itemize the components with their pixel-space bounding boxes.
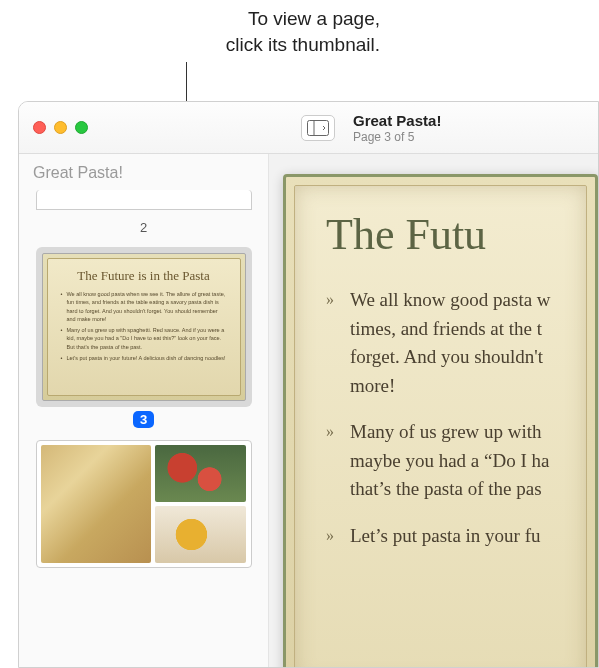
titlebar: Great Pasta! Page 3 of 5 bbox=[19, 102, 598, 154]
minimize-window-button[interactable] bbox=[54, 121, 67, 134]
page-bullet: Many of us grew up withmaybe you had a “… bbox=[326, 418, 565, 504]
thumb4-photo-dish bbox=[155, 506, 247, 563]
page-number-3-badge: 3 bbox=[133, 411, 154, 428]
sidebar-view-toggle[interactable] bbox=[301, 115, 335, 141]
page-number-2: 2 bbox=[140, 220, 147, 235]
title-block: Great Pasta! Page 3 of 5 bbox=[353, 112, 441, 144]
thumbnail-1-peek bbox=[36, 190, 252, 210]
page-bullet: We all know good pasta wtimes, and frien… bbox=[326, 286, 565, 400]
callout-text-1: To view a page, bbox=[248, 8, 380, 29]
document-title: Great Pasta! bbox=[353, 112, 441, 129]
thumb4-photo-pasta bbox=[41, 445, 151, 563]
page-indicator: Page 3 of 5 bbox=[353, 130, 441, 144]
callout-text-2: click its thumbnail. bbox=[226, 34, 380, 55]
thumbnail-sidebar: Great Pasta! 2 The Future is in the Past… bbox=[19, 154, 269, 667]
close-window-button[interactable] bbox=[33, 121, 46, 134]
page-title: The Futu bbox=[326, 209, 565, 260]
sidebar-icon bbox=[307, 120, 329, 136]
thumb3-title: The Future is in the Pasta bbox=[61, 268, 227, 284]
main-page-view[interactable]: The Futu We all know good pasta wtimes, … bbox=[269, 154, 598, 667]
thumb4-photo-tomatoes bbox=[155, 445, 247, 502]
thumb3-bullet: Let's put pasta in your future! A delici… bbox=[61, 354, 227, 362]
thumbnail-page-4[interactable] bbox=[29, 440, 258, 568]
window-controls bbox=[33, 121, 88, 134]
fullscreen-window-button[interactable] bbox=[75, 121, 88, 134]
help-callout: To view a page, click its thumbnail. bbox=[0, 6, 380, 57]
page-bullet: Let’s put pasta in your fu bbox=[326, 522, 565, 551]
thumb3-bullets: We all know good pasta when we see it. T… bbox=[61, 290, 227, 362]
thumbnail-page-3[interactable]: The Future is in the Pasta We all know g… bbox=[29, 247, 258, 434]
thumbnail-page-1-partial[interactable] bbox=[29, 190, 258, 210]
sidebar-doc-title: Great Pasta! bbox=[33, 164, 258, 182]
thumb3-bullet: Many of us grew up with spaghetti. Red s… bbox=[61, 326, 227, 351]
preview-window: Great Pasta! Page 3 of 5 Great Pasta! 2 … bbox=[18, 101, 599, 668]
thumb3-bullet: We all know good pasta when we see it. T… bbox=[61, 290, 227, 323]
page-bullets: We all know good pasta wtimes, and frien… bbox=[326, 286, 565, 550]
page-content: The Futu We all know good pasta wtimes, … bbox=[283, 174, 598, 667]
